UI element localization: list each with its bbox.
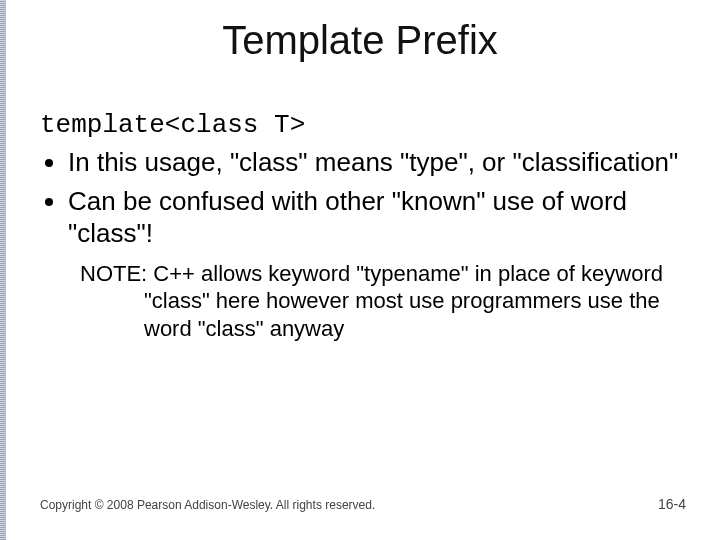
bullet-list: In this usage, "class" means "type", or … — [40, 146, 680, 250]
bullet-item: In this usage, "class" means "type", or … — [68, 146, 680, 179]
page-number: 16-4 — [658, 496, 686, 512]
slide: Template Prefix template<class T> In thi… — [0, 0, 720, 540]
bullet-item: Can be confused with other "known" use o… — [68, 185, 680, 250]
code-snippet: template<class T> — [40, 110, 680, 140]
content-area: template<class T> In this usage, "class"… — [40, 110, 680, 342]
slide-title: Template Prefix — [0, 18, 720, 63]
decorative-stripe — [0, 0, 6, 540]
note-text: NOTE: C++ allows keyword "typename" in p… — [80, 260, 680, 343]
note-block: NOTE: C++ allows keyword "typename" in p… — [80, 260, 680, 343]
copyright-text: Copyright © 2008 Pearson Addison-Wesley.… — [40, 498, 375, 512]
